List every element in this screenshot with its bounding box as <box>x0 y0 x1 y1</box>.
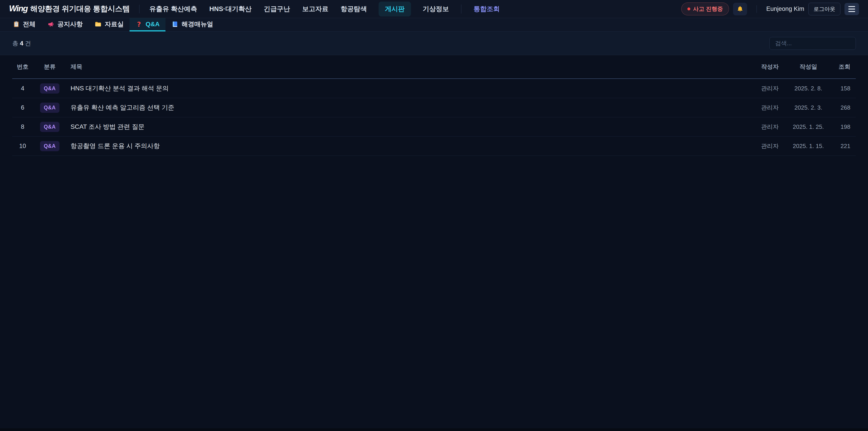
row-number: 8 <box>12 123 33 130</box>
total-count: 총4건 <box>12 39 31 48</box>
hamburger-icon <box>848 6 855 7</box>
bottom-edge <box>0 428 868 431</box>
total-count-number: 4 <box>20 40 23 47</box>
row-date: 2025. 1. 15. <box>786 143 831 150</box>
row-author: 관리자 <box>754 104 786 112</box>
incident-status-label: 사고 진행중 <box>693 5 723 13</box>
megaphone-icon <box>47 21 55 28</box>
nav-item-aerial-search[interactable]: 항공탐색 <box>340 2 367 17</box>
user-divider <box>756 5 757 13</box>
app-logo: Wing 해양환경 위기대응 통합시스템 <box>9 4 130 14</box>
nav-item-oil-spill-forecast[interactable]: 유출유 확산예측 <box>149 2 197 17</box>
book-icon <box>171 21 179 28</box>
nav-item-board[interactable]: 게시판 <box>379 2 411 17</box>
board-tabbar: 전체 공지사항 자료실 ? Q&A <box>0 18 868 32</box>
row-views: 198 <box>831 123 856 130</box>
row-views: 268 <box>831 104 856 111</box>
table-row[interactable]: 4 Q&A HNS 대기확산 분석 결과 해석 문의 관리자 2025. 2. … <box>12 79 856 98</box>
row-number: 6 <box>12 104 33 111</box>
notifications-button[interactable] <box>733 3 747 16</box>
header-right: 사고 진행중 Eunjeong Kim 로그아웃 <box>681 2 859 16</box>
question-icon: ? <box>135 21 143 28</box>
row-number: 4 <box>12 85 33 92</box>
logo-wing-mark: Wing <box>9 4 28 13</box>
row-number: 10 <box>12 143 33 150</box>
row-category: Q&A <box>33 83 66 94</box>
col-header-author: 작성자 <box>754 63 786 71</box>
clipboard-icon <box>13 21 20 28</box>
row-title[interactable]: SCAT 조사 방법 관련 질문 <box>66 123 754 131</box>
search-input[interactable] <box>770 37 856 50</box>
main-nav: 유출유 확산예측 HNS·대기확산 긴급구난 보고자료 항공탐색 게시판 기상정… <box>149 2 500 17</box>
tab-manual-label: 해경매뉴얼 <box>182 20 213 29</box>
row-author: 관리자 <box>754 142 786 150</box>
app-title: 해양환경 위기대응 통합시스템 <box>30 4 130 14</box>
row-views: 158 <box>831 85 856 92</box>
incident-status-badge[interactable]: 사고 진행중 <box>681 2 729 16</box>
tab-qna[interactable]: ? Q&A <box>129 18 165 31</box>
top-header: Wing 해양환경 위기대응 통합시스템 유출유 확산예측 HNS·대기확산 긴… <box>0 0 868 18</box>
list-toolbar: 총4건 <box>0 32 868 55</box>
nav-item-hns-air-diffusion[interactable]: HNS·대기확산 <box>209 2 252 17</box>
nav-item-weather-info[interactable]: 기상정보 <box>422 2 450 17</box>
row-category: Q&A <box>33 122 66 132</box>
nav-separator <box>461 4 461 13</box>
row-category: Q&A <box>33 102 66 113</box>
col-header-views: 조회 <box>831 63 856 71</box>
row-title[interactable]: HNS 대기확산 분석 결과 해석 문의 <box>66 84 754 93</box>
row-date: 2025. 1. 25. <box>786 123 831 130</box>
row-author: 관리자 <box>754 85 786 92</box>
table-row[interactable]: 6 Q&A 유출유 확산 예측 알고리즘 선택 기준 관리자 2025. 2. … <box>12 98 856 117</box>
row-author: 관리자 <box>754 123 786 131</box>
bell-icon <box>737 5 744 13</box>
col-header-no: 번호 <box>12 63 33 71</box>
nav-item-reports[interactable]: 보고자료 <box>302 2 329 17</box>
row-title[interactable]: 항공촬영 드론 운용 시 주의사항 <box>66 142 754 150</box>
tab-notices[interactable]: 공지사항 <box>41 18 89 31</box>
tab-notices-label: 공지사항 <box>57 20 83 29</box>
alert-dot-icon <box>687 7 690 10</box>
hamburger-menu-button[interactable] <box>844 3 859 15</box>
tab-qna-label: Q&A <box>146 21 160 28</box>
category-badge: Q&A <box>40 141 60 151</box>
tab-manual[interactable]: 해경매뉴얼 <box>165 18 219 31</box>
col-header-category: 분류 <box>33 63 66 71</box>
row-views: 221 <box>831 143 856 150</box>
category-badge: Q&A <box>40 102 60 113</box>
col-header-date: 작성일 <box>786 63 831 71</box>
category-badge: Q&A <box>40 122 60 132</box>
nav-item-integrated-search[interactable]: 통합조회 <box>473 2 500 17</box>
tab-all-label: 전체 <box>23 20 35 29</box>
qna-table: 번호 분류 제목 작성자 작성일 조회 4 Q&A HNS 대기확산 분석 결과… <box>12 55 856 156</box>
nav-item-emergency-rescue[interactable]: 긴급구난 <box>264 2 290 17</box>
tab-archive[interactable]: 자료실 <box>89 18 129 31</box>
table-header-row: 번호 분류 제목 작성자 작성일 조회 <box>12 55 856 79</box>
row-title[interactable]: 유출유 확산 예측 알고리즘 선택 기준 <box>66 103 754 112</box>
col-header-title: 제목 <box>66 63 754 71</box>
table-row[interactable]: 8 Q&A SCAT 조사 방법 관련 질문 관리자 2025. 1. 25. … <box>12 117 856 136</box>
tab-archive-label: 자료실 <box>105 20 124 29</box>
folder-icon <box>94 21 102 28</box>
table-row[interactable]: 10 Q&A 항공촬영 드론 운용 시 주의사항 관리자 2025. 1. 15… <box>12 136 856 156</box>
row-date: 2025. 2. 8. <box>786 85 831 92</box>
user-name: Eunjeong Kim <box>766 5 804 12</box>
tab-all[interactable]: 전체 <box>7 18 41 31</box>
row-date: 2025. 2. 3. <box>786 104 831 111</box>
header-divider <box>139 5 140 13</box>
board-content: 번호 분류 제목 작성자 작성일 조회 4 Q&A HNS 대기확산 분석 결과… <box>0 55 868 156</box>
category-badge: Q&A <box>40 83 60 94</box>
logout-button[interactable]: 로그아웃 <box>808 3 840 16</box>
row-category: Q&A <box>33 141 66 151</box>
